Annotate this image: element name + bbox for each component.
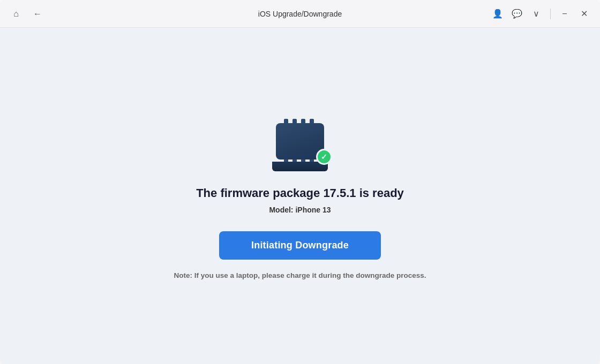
window-title: iOS Upgrade/Downgrade xyxy=(258,10,342,18)
initiating-downgrade-button[interactable]: Initiating Downgrade xyxy=(219,231,381,260)
chip-illustration: ✓ xyxy=(268,112,332,171)
check-badge: ✓ xyxy=(316,149,332,165)
back-icon[interactable]: ← xyxy=(30,6,45,21)
minimize-icon[interactable]: − xyxy=(557,6,572,21)
main-content: ✓ The firmware package 17.5.1 is ready M… xyxy=(0,28,600,364)
note-section: Note: If you use a laptop, please charge… xyxy=(174,271,426,279)
titlebar-left: ⌂ ← xyxy=(9,6,45,21)
titlebar-right: 👤 💬 ∨ − ✕ xyxy=(490,6,591,21)
dropdown-icon[interactable]: ∨ xyxy=(529,6,544,21)
model-value: iPhone 13 xyxy=(295,206,331,214)
note-content: If you use a laptop, please charge it du… xyxy=(194,271,426,279)
model-info: Model: iPhone 13 xyxy=(269,206,331,214)
account-icon[interactable]: 👤 xyxy=(490,6,505,21)
home-icon[interactable]: ⌂ xyxy=(9,6,24,21)
firmware-ready-title: The firmware package 17.5.1 is ready xyxy=(196,186,404,200)
titlebar: ⌂ ← iOS Upgrade/Downgrade 👤 💬 ∨ − ✕ xyxy=(0,0,600,28)
close-icon[interactable]: ✕ xyxy=(576,6,591,21)
note-label: Note: xyxy=(174,271,192,279)
chat-icon[interactable]: 💬 xyxy=(509,6,524,21)
model-label: Model: xyxy=(269,206,293,214)
app-window: ⌂ ← iOS Upgrade/Downgrade 👤 💬 ∨ − ✕ xyxy=(0,0,600,364)
titlebar-divider xyxy=(550,9,551,19)
